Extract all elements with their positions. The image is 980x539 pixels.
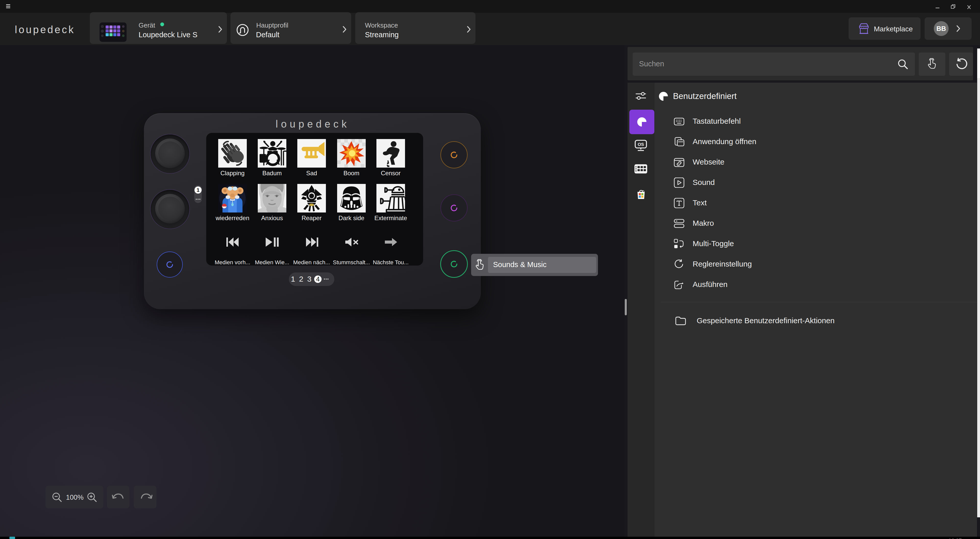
svg-text:OS: OS xyxy=(638,142,644,147)
